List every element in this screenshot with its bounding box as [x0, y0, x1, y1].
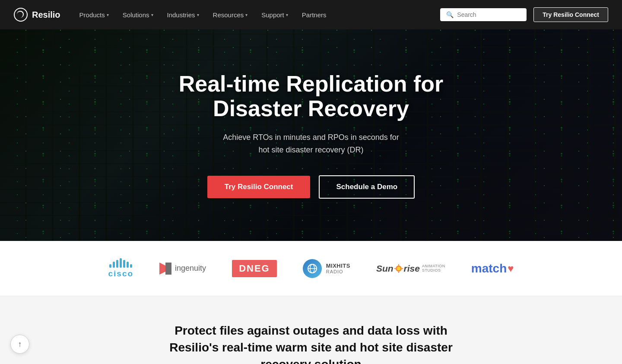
nav-item-partners[interactable]: Partners — [297, 8, 332, 22]
logo-ingenuity: ingenuity — [159, 263, 206, 275]
svg-point-6 — [397, 267, 400, 270]
logo-dneg: DNEG — [232, 260, 277, 277]
nav-menu: Products ▾ Solutions ▾ Industries ▾ Reso… — [74, 8, 332, 22]
nav-item-support[interactable]: Support ▾ — [256, 8, 293, 22]
logos-strip: cisco ingenuity DNEG MIXHITS — [0, 241, 622, 296]
logo-cisco: cisco — [108, 258, 133, 279]
logo-icon — [14, 8, 28, 22]
sunrise-text2: rise — [404, 263, 420, 274]
search-icon: 🔍 — [446, 11, 454, 18]
nav-resources-label: Resources — [213, 11, 244, 19]
cisco-text: cisco — [108, 269, 133, 279]
chevron-down-icon: ▾ — [107, 13, 109, 17]
hero-section: Real-time Replication for Disaster Recov… — [0, 29, 622, 241]
nav-item-resources[interactable]: Resources ▾ — [208, 8, 253, 22]
svg-marker-1 — [165, 263, 171, 275]
match-text: match — [471, 262, 507, 275]
nav-partners-label: Partners — [302, 11, 327, 19]
try-connect-hero-button[interactable]: Try Resilio Connect — [207, 176, 311, 198]
dneg-text: DNEG — [232, 260, 277, 277]
search-box[interactable]: 🔍 — [440, 8, 527, 21]
logo-mixhits: MIXHITS RADIO — [303, 259, 350, 278]
chevron-down-icon: ▾ — [197, 13, 199, 17]
sunrise-sun-icon — [394, 264, 403, 273]
navbar: Resilio Products ▾ Solutions ▾ Industrie… — [0, 0, 622, 29]
logo[interactable]: Resilio — [14, 8, 60, 22]
match-heart: ♥ — [508, 263, 514, 275]
nav-solutions-label: Solutions — [123, 11, 149, 19]
nav-right: 🔍 Try Resilio Connect — [440, 7, 608, 22]
protect-title: Protect files against outages and data l… — [156, 322, 466, 364]
search-input[interactable] — [457, 11, 520, 18]
ingenuity-icon — [159, 263, 171, 275]
schedule-demo-button[interactable]: Schedule a Demo — [319, 175, 415, 199]
ingenuity-text: ingenuity — [175, 264, 206, 273]
cisco-bars — [109, 258, 132, 268]
arrow-up-icon: ↑ — [18, 340, 22, 349]
nav-item-solutions[interactable]: Solutions ▾ — [117, 8, 159, 22]
nav-item-industries[interactable]: Industries ▾ — [162, 8, 204, 22]
hero-title: Real-time Replication for Disaster Recov… — [147, 72, 475, 121]
logo-match: match ♥ — [471, 262, 514, 275]
nav-support-label: Support — [261, 11, 284, 19]
hero-buttons: Try Resilio Connect Schedule a Demo — [147, 175, 475, 199]
nav-left: Resilio Products ▾ Solutions ▾ Industrie… — [14, 8, 332, 22]
nav-item-products[interactable]: Products ▾ — [74, 8, 114, 22]
hero-subtitle: Achieve RTOs in minutes and RPOs in seco… — [147, 131, 475, 156]
brand-name: Resilio — [32, 10, 60, 20]
chevron-down-icon: ▾ — [151, 13, 153, 17]
hero-content: Real-time Replication for Disaster Recov… — [138, 72, 484, 199]
scroll-up-button[interactable]: ↑ — [10, 335, 29, 354]
logo-sunrise: Sun rise ANIMATION STUDIOS — [376, 263, 445, 274]
mixhits-sublabel: RADIO — [326, 269, 350, 274]
try-resilio-connect-button[interactable]: Try Resilio Connect — [533, 7, 608, 22]
nav-products-label: Products — [79, 11, 105, 19]
sunrise-text: Sun — [376, 263, 394, 274]
chevron-down-icon: ▾ — [286, 13, 288, 17]
nav-industries-label: Industries — [167, 11, 195, 19]
protect-section: Protect files against outages and data l… — [0, 296, 622, 364]
chevron-down-icon: ▾ — [245, 13, 248, 17]
mixhits-icon — [303, 259, 322, 278]
mixhits-label: MIXHITS — [326, 263, 350, 269]
